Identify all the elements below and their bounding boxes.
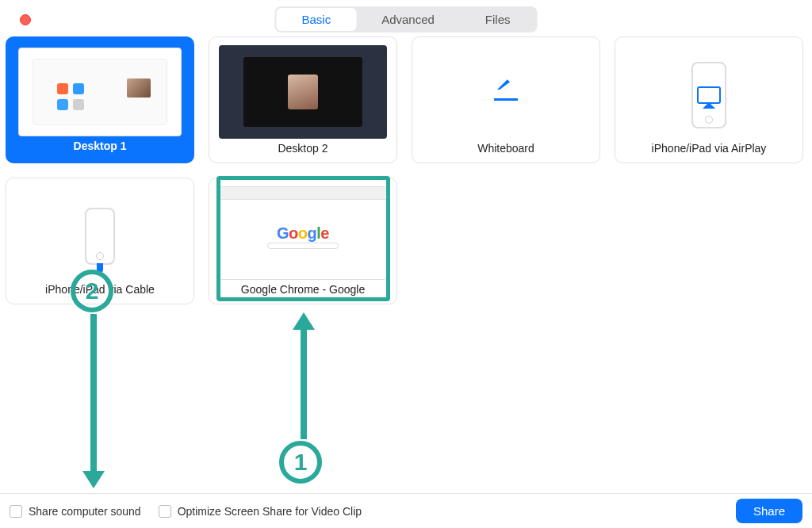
- cable-icon: [97, 263, 103, 273]
- tab-basic[interactable]: Basic: [276, 8, 356, 31]
- annotation-step-1: 1: [279, 441, 322, 484]
- checkbox-label: Share computer sound: [29, 505, 141, 518]
- option-label: iPhone/iPad via AirPlay: [652, 139, 767, 155]
- option-iphone-airplay[interactable]: iPhone/iPad via AirPlay: [615, 36, 803, 163]
- checkbox-box: [10, 505, 22, 518]
- preview-whiteboard: [419, 45, 593, 139]
- google-logo: Google: [277, 224, 329, 243]
- share-options-grid: Desktop 1 Desktop 2 Whiteboard: [6, 36, 806, 304]
- tab-files[interactable]: Files: [460, 8, 536, 31]
- checkbox-optimize-video[interactable]: Optimize Screen Share for Video Clip: [159, 505, 362, 518]
- option-desktop-1[interactable]: Desktop 1: [6, 36, 194, 163]
- option-label: iPhone/iPad via Cable: [45, 280, 155, 296]
- option-whiteboard[interactable]: Whiteboard: [412, 36, 600, 163]
- pencil-icon: [494, 83, 518, 101]
- option-label: Google Chrome - Google: [241, 280, 365, 296]
- option-label: Desktop 1: [74, 136, 127, 152]
- checkbox-box: [159, 505, 171, 518]
- option-desktop-2[interactable]: Desktop 2: [209, 36, 397, 163]
- share-mode-tabs: Basic Advanced Files: [274, 6, 537, 33]
- option-google-chrome[interactable]: Google Google Chrome - Google: [209, 178, 397, 304]
- window-close-button[interactable]: [20, 14, 31, 25]
- preview-chrome: Google: [216, 186, 390, 280]
- checkbox-share-computer-sound[interactable]: Share computer sound: [10, 505, 141, 518]
- share-button[interactable]: Share: [736, 499, 802, 523]
- option-label: Desktop 2: [278, 139, 327, 155]
- checkbox-label: Optimize Screen Share for Video Clip: [178, 505, 362, 518]
- annotation-arrow-2: [86, 314, 102, 490]
- option-iphone-cable[interactable]: iPhone/iPad via Cable: [6, 178, 194, 304]
- preview-airplay: [622, 45, 796, 139]
- annotation-arrow-1: [296, 312, 312, 439]
- preview-desktop-2: [216, 45, 390, 139]
- preview-cable: [13, 186, 187, 280]
- share-screen-window: Basic Advanced Files Desktop 1 De: [0, 0, 812, 528]
- airplay-icon: [697, 86, 721, 104]
- option-label: Whiteboard: [477, 139, 534, 155]
- preview-desktop-1: [15, 48, 185, 136]
- tab-advanced[interactable]: Advanced: [356, 8, 460, 31]
- bottom-bar: Share computer sound Optimize Screen Sha…: [0, 493, 812, 528]
